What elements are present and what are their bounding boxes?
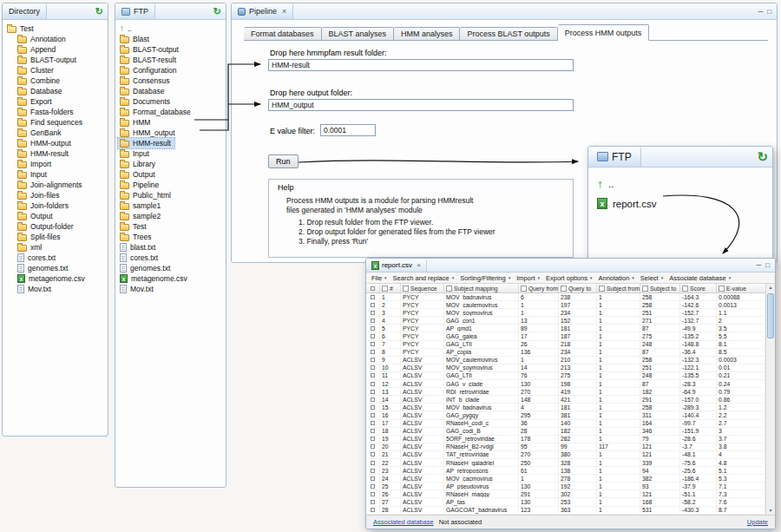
header-cell[interactable]: Subject mapping: [444, 284, 519, 292]
tree-item[interactable]: Fasta-folders: [16, 107, 77, 117]
row-checkbox[interactable]: [371, 373, 375, 378]
tree-item[interactable]: HMM-result: [16, 148, 72, 159]
row-checkbox[interactable]: [371, 429, 375, 433]
tree-item[interactable]: Split-files: [16, 232, 63, 242]
table-row[interactable]: 23 ACLSV AP_retroposons 61 138 1 94 -25.…: [366, 467, 765, 475]
table-row[interactable]: 24 ACLSV MOV_cacmovirus 1 278 1 382 -186…: [366, 475, 765, 483]
list-item[interactable]: HMM_output: [118, 128, 179, 138]
maximize-icon[interactable]: □: [765, 261, 770, 269]
list-item[interactable]: report.csv: [595, 194, 660, 213]
row-checkbox[interactable]: [371, 476, 375, 481]
row-checkbox[interactable]: [371, 326, 375, 331]
table-row[interactable]: 9 ACLSV MOV_caulemovirus 1 210 1 258 -13…: [366, 357, 765, 365]
evalue-input[interactable]: [320, 124, 376, 136]
result-folder-input[interactable]: [268, 59, 574, 71]
refresh-icon[interactable]: ↻: [757, 150, 768, 163]
tree-item[interactable]: Join-files: [16, 190, 63, 200]
table-row[interactable]: 10 ACLSV MOV_soymovirus 14 213 1 251 -12…: [366, 365, 765, 372]
select-all-checkbox[interactable]: [371, 286, 375, 291]
menu-item[interactable]: Search and replace: [393, 274, 455, 282]
list-item[interactable]: Database: [118, 86, 167, 96]
list-item[interactable]: Consensus: [118, 76, 174, 86]
table-row[interactable]: 11 ACLSV GAG_LTIl 76 275 1 248 -135.5 0.…: [366, 372, 765, 380]
table-row[interactable]: 18 ACLSV GAG_codi_B 28 182 1 346 -151.9 …: [366, 428, 765, 436]
list-item[interactable]: Library: [118, 159, 159, 169]
list-item[interactable]: BLAST-result: [118, 55, 180, 65]
list-item[interactable]: metagenome.csv: [118, 273, 191, 284]
list-item[interactable]: Trees: [118, 232, 154, 242]
close-icon[interactable]: ×: [417, 261, 421, 269]
row-checkbox[interactable]: [371, 484, 375, 489]
row-checkbox[interactable]: [371, 342, 375, 346]
row-checkbox[interactable]: [371, 334, 375, 338]
subtab[interactable]: HMM analyses: [394, 27, 461, 41]
list-item[interactable]: cores.txt: [118, 253, 161, 263]
tree-item[interactable]: Output: [16, 211, 56, 221]
list-item[interactable]: HMM: [118, 117, 154, 128]
tree-item[interactable]: Export: [16, 96, 56, 107]
header-cell[interactable]: Sequence: [401, 284, 444, 292]
menu-item[interactable]: Sorting/Filtering: [460, 274, 510, 282]
tree-item[interactable]: Join-alignments: [16, 180, 86, 190]
header-cell[interactable]: Subject to: [640, 284, 680, 292]
table-row[interactable]: 25 ACLSV AP_pseudovirus 130 192 1 93 -37…: [366, 483, 765, 490]
ftp-tab[interactable]: FTP: [115, 3, 155, 19]
minimize-icon[interactable]: ─: [756, 261, 761, 269]
row-checkbox[interactable]: [371, 365, 375, 370]
subtab[interactable]: BLAST analyses: [322, 27, 394, 41]
subtab[interactable]: Process BLAST outputs: [460, 27, 557, 41]
row-checkbox[interactable]: [371, 303, 375, 307]
list-item[interactable]: blast.txt: [118, 242, 159, 253]
menu-item[interactable]: Annotation: [598, 274, 633, 282]
close-icon[interactable]: ×: [282, 7, 286, 16]
tree-item[interactable]: Annotation: [16, 34, 69, 44]
list-item[interactable]: Format_database: [118, 107, 194, 117]
menu-item[interactable]: Import: [516, 274, 540, 282]
table-row[interactable]: 3 PYCY MOV_soymovirus 1 234 1 251 -152.7…: [366, 309, 765, 317]
row-checkbox[interactable]: [371, 492, 375, 496]
row-checkbox[interactable]: [371, 500, 375, 504]
row-checkbox[interactable]: [371, 444, 375, 449]
run-button[interactable]: Run: [268, 154, 299, 168]
minimize-icon[interactable]: ─: [758, 8, 763, 16]
associated-database-link[interactable]: Associated database: [373, 518, 434, 526]
ftp-up-item[interactable]: ↑ ..: [595, 174, 617, 194]
table-row[interactable]: 21 ACLSV TAT_retroviridae 270 380 1 121 …: [366, 451, 765, 459]
row-checkbox[interactable]: [371, 413, 375, 417]
table-row[interactable]: 6 PYCY GAG_galea 17 187 1 275 -135.2 5.5: [366, 332, 765, 340]
menu-item[interactable]: Select: [640, 274, 663, 282]
tree-item[interactable]: Append: [16, 44, 59, 55]
tree-item[interactable]: Find sequences: [16, 117, 86, 128]
tree-item[interactable]: genomes.txt: [16, 263, 71, 273]
tree-item[interactable]: metagenome.csv: [16, 273, 89, 284]
row-checkbox[interactable]: [371, 350, 375, 354]
tree-item[interactable]: cores.txt: [16, 253, 59, 263]
table-row[interactable]: 13 ACLSV RDI_retroviridae 270 419 1 182 …: [366, 388, 765, 396]
table-row[interactable]: 28 ACLSV GAGCOAT_badnavirus 123 363 1 53…: [366, 507, 765, 515]
refresh-icon[interactable]: ↻: [95, 7, 103, 16]
list-item[interactable]: HMM-result: [118, 138, 174, 148]
row-checkbox[interactable]: [371, 421, 375, 425]
list-item[interactable]: BLAST-output: [118, 44, 182, 55]
pipeline-tab[interactable]: Pipeline ×: [232, 3, 293, 19]
tree-item[interactable]: Join-folders: [16, 200, 72, 211]
row-checkbox[interactable]: [371, 397, 375, 402]
tree-item[interactable]: HMM-output: [16, 138, 75, 148]
menu-item[interactable]: Export options: [546, 274, 592, 282]
list-item[interactable]: Configuration: [118, 65, 180, 76]
list-item[interactable]: Mov.txt: [118, 284, 157, 294]
table-row[interactable]: 19 ACLSV 5ORF_retroviridae 178 282 1 79 …: [366, 436, 765, 443]
tree-item[interactable]: Cluster: [16, 65, 57, 76]
row-checkbox[interactable]: [371, 311, 375, 315]
tree-item[interactable]: Combine: [16, 76, 63, 86]
header-cell[interactable]: Score: [680, 284, 717, 292]
row-checkbox[interactable]: [371, 469, 375, 473]
row-checkbox[interactable]: [371, 452, 375, 456]
ftp-up-item[interactable]: ↑ ..: [118, 23, 135, 34]
row-checkbox[interactable]: [371, 405, 375, 410]
table-row[interactable]: 7 PYCY GAG_LTIl 26 218 1 248 -148.8 8.1: [366, 341, 765, 349]
list-item[interactable]: Input: [118, 148, 153, 159]
output-folder-input[interactable]: [268, 99, 574, 111]
row-checkbox[interactable]: [371, 358, 375, 362]
tree-item[interactable]: Input: [16, 169, 50, 180]
